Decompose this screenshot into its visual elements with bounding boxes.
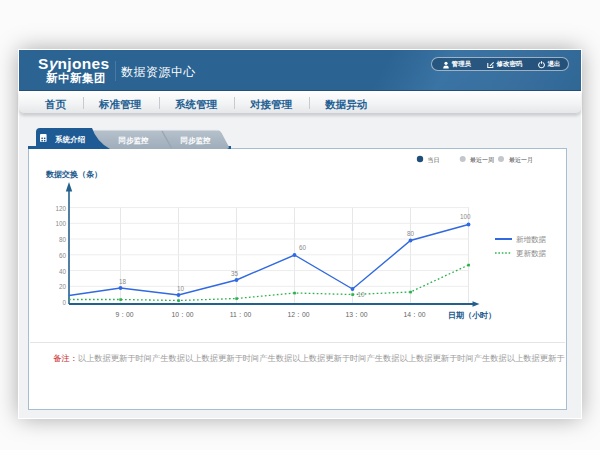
svg-text:系统介绍: 系统介绍 [54, 135, 85, 144]
svg-text:100: 100 [55, 220, 66, 227]
svg-text:13：00: 13：00 [346, 311, 368, 318]
svg-text:11：00: 11：00 [230, 311, 252, 318]
svg-text:最近一月: 最近一月 [509, 157, 533, 164]
svg-text:18: 18 [119, 278, 127, 285]
svg-text:同步监控: 同步监控 [181, 136, 212, 145]
svg-text:日期（小时）: 日期（小时） [448, 311, 496, 320]
svg-text:60: 60 [299, 244, 307, 251]
svg-text:100: 100 [460, 213, 471, 220]
svg-text:40: 40 [59, 268, 67, 275]
svg-text:35: 35 [231, 270, 239, 277]
svg-text:更新数据: 更新数据 [516, 249, 547, 258]
svg-text:10: 10 [177, 285, 185, 292]
svg-text:12：00: 12：00 [288, 311, 310, 318]
svg-text:80: 80 [407, 230, 415, 237]
svg-text:14：00: 14：00 [404, 311, 426, 318]
svg-text:60: 60 [59, 252, 67, 259]
svg-text:20: 20 [59, 283, 67, 290]
svg-text:新增数据: 新增数据 [516, 235, 547, 244]
svg-text:9：00: 9：00 [115, 311, 133, 318]
svg-text:80: 80 [59, 236, 67, 243]
svg-text:10：00: 10：00 [172, 311, 194, 318]
svg-text:数据交换（条）: 数据交换（条） [45, 170, 102, 179]
svg-text:最近一周: 最近一周 [470, 157, 494, 163]
svg-text:0: 0 [62, 299, 66, 306]
svg-text:当日: 当日 [428, 157, 440, 164]
svg-text:同步监控: 同步监控 [119, 136, 150, 145]
svg-text:120: 120 [55, 205, 66, 212]
svg-text:10: 10 [358, 291, 366, 298]
